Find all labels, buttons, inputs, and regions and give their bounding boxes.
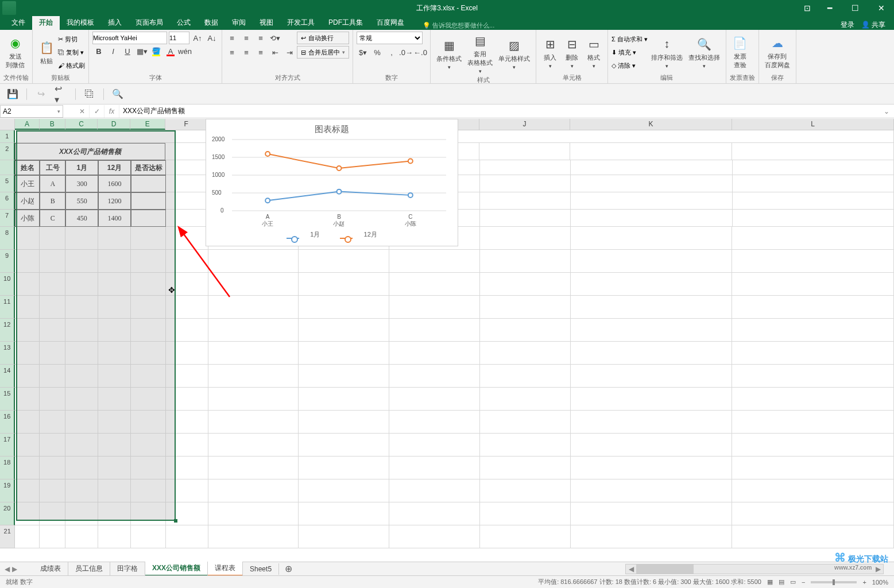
- spreadsheet-grid[interactable]: A B C D E F G H I J K L 12XXX公司产品销售额姓名工号…: [0, 119, 894, 562]
- row-header[interactable]: 19: [0, 479, 15, 502]
- ribbon-options-icon[interactable]: ⊡: [798, 0, 816, 16]
- view-pagebreak-button[interactable]: ▭: [790, 578, 796, 586]
- cell[interactable]: [571, 388, 733, 411]
- selection-handle[interactable]: [174, 519, 177, 523]
- redo-button[interactable]: ↪: [34, 87, 48, 101]
- insert-cells-button[interactable]: ⊞插入▾: [540, 32, 560, 73]
- col-header-E[interactable]: E: [130, 119, 165, 130]
- sheet-nav-first[interactable]: ◀: [5, 565, 10, 573]
- row-header[interactable]: 2: [0, 143, 15, 160]
- conditional-format-button[interactable]: ▦条件格式▾: [434, 32, 464, 75]
- cell[interactable]: [299, 434, 389, 457]
- cell[interactable]: [40, 525, 65, 548]
- cell[interactable]: [389, 434, 480, 457]
- format-painter-button[interactable]: 🖌格式刷: [58, 59, 85, 72]
- comma-button[interactable]: ,: [385, 46, 398, 59]
- cell[interactable]: [65, 525, 98, 548]
- cell[interactable]: [480, 210, 571, 227]
- col-header-D[interactable]: D: [98, 119, 130, 130]
- cell[interactable]: [480, 175, 571, 192]
- cell[interactable]: [299, 273, 389, 296]
- cell[interactable]: [299, 365, 389, 388]
- cell[interactable]: [299, 250, 389, 273]
- tab-developer[interactable]: 开发工具: [280, 16, 322, 30]
- cell[interactable]: [299, 296, 389, 319]
- currency-button[interactable]: $▾: [357, 46, 369, 59]
- cell-styles-button[interactable]: ▨单元格样式▾: [496, 32, 532, 75]
- cell[interactable]: [389, 502, 480, 525]
- cell[interactable]: [480, 525, 571, 548]
- cell[interactable]: [571, 250, 733, 273]
- expand-formula-button[interactable]: ⌄: [879, 107, 894, 115]
- cell[interactable]: [732, 342, 894, 365]
- minimize-button[interactable]: ━: [816, 0, 842, 16]
- tab-layout[interactable]: 页面布局: [129, 16, 170, 30]
- col-header-L[interactable]: L: [732, 119, 894, 130]
- font-size-select[interactable]: [169, 32, 189, 44]
- cell[interactable]: [208, 342, 299, 365]
- cell[interactable]: [208, 479, 299, 502]
- row-header[interactable]: 21: [0, 525, 15, 548]
- cut-button[interactable]: ✂剪切: [58, 33, 85, 45]
- tab-formulas[interactable]: 公式: [170, 16, 198, 30]
- bold-button[interactable]: B: [92, 45, 105, 57]
- select-all-corner[interactable]: [0, 119, 15, 130]
- cell[interactable]: [571, 342, 733, 365]
- row-header[interactable]: 10: [0, 273, 15, 296]
- underline-button[interactable]: U: [121, 45, 134, 57]
- autosum-button[interactable]: Σ自动求和 ▾: [612, 33, 648, 45]
- cell[interactable]: [571, 525, 733, 548]
- cell[interactable]: [389, 457, 480, 479]
- tellme-search[interactable]: 💡 告诉我您想要做什么...: [411, 21, 494, 30]
- cell[interactable]: [480, 273, 571, 296]
- col-header-A[interactable]: A: [15, 119, 39, 130]
- formula-input[interactable]: XXX公司产品销售额: [119, 106, 879, 116]
- cell[interactable]: [732, 227, 894, 250]
- col-header-C[interactable]: C: [65, 119, 98, 130]
- row-header[interactable]: 5: [0, 175, 15, 192]
- align-left-button[interactable]: ≡: [226, 46, 238, 59]
- login-link[interactable]: 登录: [841, 20, 854, 30]
- new-sheet-button[interactable]: ⊕: [279, 563, 298, 574]
- cell[interactable]: [480, 227, 571, 250]
- cell[interactable]: [733, 192, 894, 210]
- col-header-K[interactable]: K: [570, 119, 732, 130]
- align-bottom-button[interactable]: ≡: [254, 32, 267, 44]
- cell[interactable]: [389, 365, 480, 388]
- row-header[interactable]: 12: [0, 319, 15, 342]
- cell[interactable]: [480, 457, 571, 479]
- align-right-button[interactable]: ≡: [254, 46, 267, 59]
- row-header[interactable]: 20: [0, 502, 15, 525]
- increase-font-button[interactable]: A↑: [191, 32, 204, 44]
- fill-color-button[interactable]: 🪣: [150, 45, 162, 57]
- cell[interactable]: [389, 388, 480, 411]
- row-header[interactable]: 1: [0, 130, 15, 143]
- tab-templates[interactable]: 我的模板: [60, 16, 101, 30]
- zoom-in-button[interactable]: +: [862, 579, 866, 586]
- sheet-tab-3[interactable]: XXX公司销售额: [145, 562, 208, 576]
- cell[interactable]: [480, 388, 571, 411]
- cell[interactable]: [732, 143, 894, 160]
- row-header[interactable]: [0, 160, 15, 175]
- cell[interactable]: [732, 365, 894, 388]
- row-header[interactable]: 7: [0, 210, 15, 227]
- cell[interactable]: [479, 143, 570, 160]
- paste-button[interactable]: 📋 粘贴: [36, 32, 57, 73]
- cell[interactable]: [208, 457, 299, 479]
- sheet-nav-last[interactable]: ▶: [12, 565, 17, 573]
- cell[interactable]: [732, 388, 894, 411]
- cell[interactable]: [570, 143, 732, 160]
- cell[interactable]: [732, 502, 894, 525]
- row-header[interactable]: 17: [0, 434, 15, 457]
- font-color-button[interactable]: A: [164, 45, 177, 57]
- cell[interactable]: [389, 479, 480, 502]
- cell[interactable]: [480, 250, 571, 273]
- row-header[interactable]: 18: [0, 457, 15, 479]
- cell[interactable]: [480, 296, 571, 319]
- sheet-tab-5[interactable]: Sheet5: [243, 563, 279, 575]
- sheet-tab-2[interactable]: 田字格: [110, 562, 145, 575]
- cell[interactable]: [389, 342, 480, 365]
- cell[interactable]: [480, 160, 571, 175]
- cell[interactable]: [480, 342, 571, 365]
- format-as-table-button[interactable]: ▤套用 表格格式▾: [465, 32, 495, 75]
